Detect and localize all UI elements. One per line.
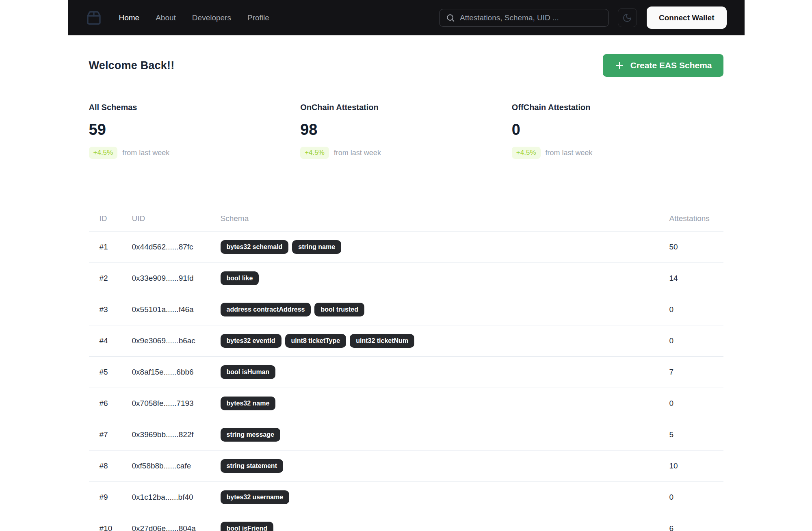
table-header-row: IDUIDSchemaAttestations bbox=[89, 214, 723, 232]
cell-id: #4 bbox=[89, 336, 132, 345]
stat-value: 98 bbox=[300, 121, 512, 139]
schema-badge: bytes32 schemaId bbox=[221, 240, 289, 254]
table-row[interactable]: #50x8af15e......6bb6bool isHuman7 bbox=[89, 357, 723, 388]
cell-id: #2 bbox=[89, 274, 132, 283]
schema-badge: bool isHuman bbox=[221, 365, 276, 379]
schemas-table: IDUIDSchemaAttestations #10x44d562......… bbox=[89, 214, 723, 531]
cell-uid: 0x8af15e......6bb6 bbox=[132, 368, 221, 377]
column-header-uid: UID bbox=[132, 214, 221, 223]
nav-link-home[interactable]: Home bbox=[119, 13, 140, 22]
stat-change-row: +4.5%from last week bbox=[89, 147, 301, 159]
stat-card-0: All Schemas59+4.5%from last week bbox=[89, 103, 301, 159]
table-row[interactable]: #70x3969bb......822fstring message5 bbox=[89, 419, 723, 451]
page-title: Welcome Back!! bbox=[89, 59, 175, 72]
stat-change-note: from last week bbox=[334, 149, 381, 157]
cell-uid: 0x1c12ba......bf40 bbox=[132, 493, 221, 502]
cell-id: #9 bbox=[89, 493, 132, 502]
schema-badge: bool trusted bbox=[314, 303, 364, 316]
cell-attestations: 14 bbox=[669, 274, 723, 283]
cell-attestations: 0 bbox=[669, 336, 723, 345]
cell-schema: bytes32 username bbox=[221, 490, 669, 504]
cell-uid: 0x33e909......91fd bbox=[132, 274, 221, 283]
table-row[interactable]: #60x7058fe......7193bytes32 name0 bbox=[89, 388, 723, 419]
cell-attestations: 0 bbox=[669, 493, 723, 502]
cell-attestations: 10 bbox=[669, 462, 723, 470]
create-schema-label: Create EAS Schema bbox=[630, 61, 712, 70]
cell-schema: bytes32 name bbox=[221, 397, 669, 410]
schema-badge: address contractAddress bbox=[221, 303, 311, 316]
nav-link-profile[interactable]: Profile bbox=[247, 13, 269, 22]
table-row[interactable]: #100x27d06e......804abool isFriend6 bbox=[89, 513, 723, 531]
create-schema-button[interactable]: Create EAS Schema bbox=[603, 54, 723, 77]
table-row[interactable]: #10x44d562......87fcbytes32 schemaIdstri… bbox=[89, 232, 723, 263]
stat-value: 0 bbox=[512, 121, 723, 139]
cell-id: #6 bbox=[89, 399, 132, 408]
stat-card-1: OnChain Attestation98+4.5%from last week bbox=[300, 103, 512, 159]
cell-uid: 0x3969bb......822f bbox=[132, 430, 221, 439]
cell-id: #3 bbox=[89, 305, 132, 314]
stat-change-badge: +4.5% bbox=[89, 147, 118, 159]
schema-badge: string name bbox=[292, 240, 341, 254]
brand-logo[interactable] bbox=[86, 10, 102, 26]
cell-attestations: 5 bbox=[669, 430, 723, 439]
schema-badge: string statement bbox=[221, 459, 283, 473]
cell-id: #1 bbox=[89, 243, 132, 251]
stat-value: 59 bbox=[89, 121, 301, 139]
package-icon bbox=[86, 10, 102, 26]
stat-label: All Schemas bbox=[89, 103, 301, 112]
stat-change-badge: +4.5% bbox=[300, 147, 329, 159]
cell-attestations: 7 bbox=[669, 368, 723, 377]
nav-link-about[interactable]: About bbox=[156, 13, 176, 22]
stats-section: All Schemas59+4.5%from last weekOnChain … bbox=[89, 103, 723, 159]
cell-schema: bool like bbox=[221, 271, 669, 285]
schema-badge: bytes32 name bbox=[221, 397, 276, 410]
cell-uid: 0x44d562......87fc bbox=[132, 243, 221, 251]
table-row[interactable]: #30x55101a......f46aaddress contractAddr… bbox=[89, 294, 723, 325]
stat-change-row: +4.5%from last week bbox=[512, 147, 723, 159]
plus-icon bbox=[614, 60, 625, 71]
cell-schema: string message bbox=[221, 428, 669, 442]
moon-icon bbox=[622, 13, 632, 23]
cell-schema: bool isFriend bbox=[221, 522, 669, 531]
schema-badge: bool like bbox=[221, 271, 259, 285]
cell-attestations: 0 bbox=[669, 399, 723, 408]
table-row[interactable]: #40x9e3069......b6acbytes32 eventIduint8… bbox=[89, 325, 723, 357]
table-row[interactable]: #80xf58b8b......cafestring statement10 bbox=[89, 451, 723, 482]
main-content: Welcome Back!! Create EAS Schema All Sch… bbox=[68, 54, 745, 531]
cell-uid: 0x7058fe......7193 bbox=[132, 399, 221, 408]
connect-wallet-button[interactable]: Connect Wallet bbox=[647, 7, 727, 29]
cell-attestations: 50 bbox=[669, 243, 723, 251]
schema-badge: uint8 ticketType bbox=[285, 334, 346, 348]
stat-change-row: +4.5%from last week bbox=[300, 147, 512, 159]
schema-badge: bytes32 eventId bbox=[221, 334, 281, 348]
search-icon bbox=[446, 13, 455, 22]
search-input[interactable] bbox=[460, 13, 602, 22]
stat-change-badge: +4.5% bbox=[512, 147, 541, 159]
cell-id: #7 bbox=[89, 430, 132, 439]
schema-badge: uint32 ticketNum bbox=[350, 334, 414, 348]
schema-badge: bytes32 username bbox=[221, 490, 290, 504]
cell-id: #10 bbox=[89, 524, 132, 531]
navbar: HomeAboutDevelopersProfile Connect Walle… bbox=[68, 0, 745, 35]
cell-attestations: 6 bbox=[669, 524, 723, 531]
cell-schema: bytes32 schemaIdstring name bbox=[221, 240, 669, 254]
cell-schema: bool isHuman bbox=[221, 365, 669, 379]
cell-id: #8 bbox=[89, 462, 132, 470]
cell-id: #5 bbox=[89, 368, 132, 377]
table-row[interactable]: #20x33e909......91fdbool like14 bbox=[89, 263, 723, 294]
table-row[interactable]: #90x1c12ba......bf40bytes32 username0 bbox=[89, 482, 723, 513]
cell-uid: 0x27d06e......804a bbox=[132, 524, 221, 531]
column-header-schema: Schema bbox=[221, 214, 669, 223]
cell-uid: 0xf58b8b......cafe bbox=[132, 462, 221, 470]
stat-label: OffChain Attestation bbox=[512, 103, 723, 112]
theme-toggle-button[interactable] bbox=[618, 8, 637, 27]
search-box bbox=[439, 9, 609, 27]
schema-badge: bool isFriend bbox=[221, 522, 273, 531]
nav-links: HomeAboutDevelopersProfile bbox=[119, 13, 269, 22]
table-body: #10x44d562......87fcbytes32 schemaIdstri… bbox=[89, 232, 723, 531]
cell-schema: string statement bbox=[221, 459, 669, 473]
nav-link-developers[interactable]: Developers bbox=[192, 13, 231, 22]
cell-attestations: 0 bbox=[669, 305, 723, 314]
stat-change-note: from last week bbox=[546, 149, 593, 157]
stat-card-2: OffChain Attestation0+4.5%from last week bbox=[512, 103, 723, 159]
